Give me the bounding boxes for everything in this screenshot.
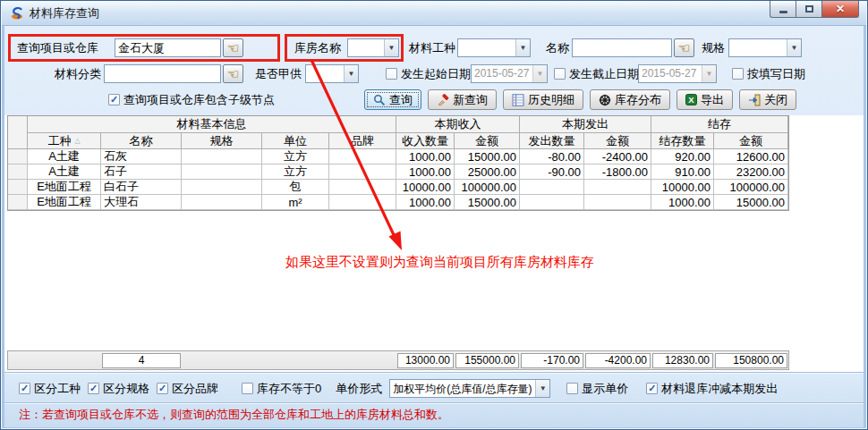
nonzero-stock-option[interactable]: 库存不等于0 bbox=[242, 381, 321, 397]
owner-supplied-combobox[interactable]: ▼ bbox=[305, 64, 359, 83]
distinguish-spec-checkbox[interactable]: ✓ bbox=[88, 383, 99, 394]
select-hand-icon: ☜ bbox=[678, 41, 690, 55]
end-date-picker[interactable]: 2015-05-27 ▼ bbox=[638, 64, 717, 83]
price-form-value: 加权平均价(总库值/总库存量) bbox=[390, 380, 535, 397]
warehouse-name-combobox[interactable]: ▼ bbox=[347, 38, 399, 57]
new-query-button[interactable]: 新查询 bbox=[428, 89, 497, 110]
column-header-type[interactable]: 工种△ bbox=[28, 133, 101, 149]
return-offset-option[interactable]: ✓材料退库冲减本期发出 bbox=[646, 381, 778, 397]
results-table: 材料基本信息 本期收入 本期发出 结存 工种△ 名称 规格 单位 品牌 收入数量… bbox=[7, 115, 789, 211]
sort-ascending-icon: △ bbox=[74, 137, 80, 145]
chevron-down-icon[interactable]: ▼ bbox=[532, 65, 547, 82]
distinguish-type-option[interactable]: ✓区分工种 bbox=[19, 381, 81, 397]
column-header-brand[interactable]: 品牌 bbox=[329, 133, 396, 149]
brush-icon bbox=[437, 94, 449, 106]
options-panel: ✓区分工种 ✓区分规格 ✓区分品牌 库存不等于0 单价形式 加权平均价(总库值/… bbox=[4, 372, 864, 427]
include-children-checkbox[interactable]: ✓ bbox=[108, 94, 120, 105]
app-icon bbox=[10, 6, 24, 21]
chevron-down-icon[interactable]: ▼ bbox=[384, 39, 398, 56]
query-button[interactable]: 查询 bbox=[364, 89, 421, 110]
name-label: 名称 bbox=[546, 38, 569, 57]
summary-row: 4 13000.00 155000.00 -170.00 -4200.00 12… bbox=[7, 350, 789, 370]
column-header-bal-amt[interactable]: 金额 bbox=[714, 133, 788, 149]
magnifier-icon bbox=[373, 94, 386, 106]
distinguish-brand-checkbox[interactable]: ✓ bbox=[157, 383, 168, 394]
start-date-checkbox[interactable] bbox=[386, 68, 397, 80]
column-header-unit[interactable]: 单位 bbox=[262, 133, 329, 149]
group-header-balance: 结存 bbox=[651, 116, 788, 133]
history-detail-button[interactable]: 历史明细 bbox=[503, 89, 583, 110]
column-header-in-qty[interactable]: 收入数量 bbox=[396, 133, 455, 149]
stock-distribution-button[interactable]: 库存分布 bbox=[590, 89, 670, 110]
summary-row-count: 4 bbox=[102, 353, 181, 368]
column-header-out-qty[interactable]: 发出数量 bbox=[520, 133, 584, 149]
maximize-button[interactable] bbox=[796, 1, 821, 18]
end-date-checkbox[interactable] bbox=[554, 68, 566, 80]
row-indicator-header bbox=[8, 116, 28, 149]
by-fill-date-label: 按填写日期 bbox=[747, 64, 805, 83]
maximize-icon bbox=[805, 5, 813, 13]
select-hand-icon: ☜ bbox=[227, 41, 239, 55]
export-button[interactable]: X 导出 bbox=[677, 89, 733, 110]
chevron-down-icon[interactable]: ▼ bbox=[535, 380, 549, 397]
column-header-out-amt[interactable]: 金额 bbox=[584, 133, 651, 149]
material-category-label: 材料分类 bbox=[55, 64, 101, 83]
options-row: ✓区分工种 ✓区分规格 ✓区分品牌 库存不等于0 单价形式 加权平均价(总库值/… bbox=[19, 379, 778, 398]
distinguish-spec-option[interactable]: ✓区分规格 bbox=[88, 381, 149, 397]
close-button[interactable]: 关闭 bbox=[739, 89, 796, 110]
include-children-label: 查询项目或仓库包含子级节点 bbox=[123, 90, 275, 109]
close-window-button[interactable]: ✕ bbox=[821, 1, 859, 18]
name-browse-button[interactable]: ☜ bbox=[674, 38, 694, 57]
project-browse-button[interactable]: ☜ bbox=[223, 38, 243, 57]
nonzero-stock-checkbox[interactable] bbox=[242, 383, 253, 394]
summary-bal-amt: 150800.00 bbox=[715, 353, 787, 368]
category-browse-button[interactable]: ☜ bbox=[223, 64, 243, 83]
end-date-value: 2015-05-27 bbox=[639, 65, 702, 82]
window-title: 材料库存查询 bbox=[30, 5, 99, 21]
start-date-value: 2015-05-27 bbox=[472, 65, 532, 82]
project-or-warehouse-input[interactable] bbox=[115, 38, 221, 57]
svg-text:X: X bbox=[688, 95, 694, 105]
chevron-down-icon[interactable]: ▼ bbox=[515, 39, 530, 56]
by-fill-date-checkbox[interactable] bbox=[732, 68, 744, 80]
price-form-combobox[interactable]: 加权平均价(总库值/总库存量) ▼ bbox=[389, 379, 550, 398]
start-date-label: 发生起始日期 bbox=[401, 64, 471, 83]
summary-out-amt: -4200.00 bbox=[585, 353, 651, 368]
material-type-label: 材料工种 bbox=[409, 38, 455, 57]
owner-supplied-label: 是否甲供 bbox=[255, 64, 302, 83]
column-header-name[interactable]: 名称 bbox=[101, 133, 182, 149]
minimize-button[interactable] bbox=[770, 1, 796, 18]
project-or-warehouse-label: 查询项目或仓库 bbox=[17, 38, 98, 57]
end-date-label: 发生截止日期 bbox=[569, 64, 639, 83]
list-icon bbox=[512, 94, 524, 106]
chevron-down-icon[interactable]: ▼ bbox=[787, 39, 801, 56]
minimize-icon bbox=[779, 11, 787, 13]
title-bar[interactable]: 材料库存查询 bbox=[2, 2, 866, 26]
summary-in-qty: 13000.00 bbox=[397, 353, 454, 368]
start-date-picker[interactable]: 2015-05-27 ▼ bbox=[471, 64, 548, 83]
price-form-label: 单价形式 bbox=[336, 381, 382, 397]
show-unit-price-option[interactable]: 显示单价 bbox=[566, 381, 628, 397]
show-unit-price-checkbox[interactable] bbox=[566, 383, 578, 394]
distinguish-brand-option[interactable]: ✓区分品牌 bbox=[157, 381, 218, 397]
excel-icon: X bbox=[685, 94, 697, 105]
chevron-down-icon[interactable]: ▼ bbox=[702, 65, 716, 82]
column-header-bal-qty[interactable]: 结存数量 bbox=[651, 133, 714, 149]
chevron-down-icon[interactable]: ▼ bbox=[344, 65, 358, 82]
column-header-in-amt[interactable]: 金额 bbox=[455, 133, 520, 149]
spec-combobox[interactable]: ▼ bbox=[728, 38, 802, 57]
distinguish-type-checkbox[interactable]: ✓ bbox=[19, 383, 30, 394]
group-header-basic-info: 材料基本信息 bbox=[28, 116, 396, 133]
material-type-combobox[interactable]: ▼ bbox=[457, 38, 531, 57]
return-offset-checkbox[interactable]: ✓ bbox=[646, 383, 658, 394]
window-controls: ✕ bbox=[770, 1, 859, 18]
material-category-input[interactable] bbox=[104, 64, 221, 83]
exit-door-icon bbox=[748, 94, 761, 106]
summary-bal-qty: 12830.00 bbox=[652, 353, 713, 368]
material-inventory-query-window: 材料库存查询 ✕ 查询项目或仓库 ☜ 库房名称 ▼ 材料工种 ▼ 名称 ☜ 规格… bbox=[0, 0, 868, 430]
name-input[interactable] bbox=[572, 38, 672, 57]
divider bbox=[4, 402, 864, 404]
column-header-spec[interactable]: 规格 bbox=[182, 133, 262, 149]
select-hand-icon: ☜ bbox=[227, 67, 239, 80]
summary-out-qty: -170.00 bbox=[521, 353, 583, 368]
